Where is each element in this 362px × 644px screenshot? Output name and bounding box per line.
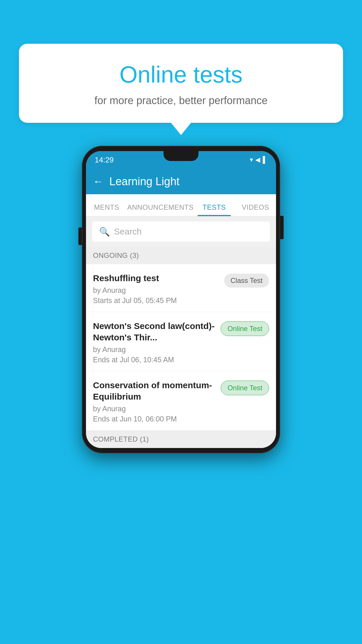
tab-announcements[interactable]: ANNOUNCEMENTS — [127, 203, 194, 216]
signal-icon: ◀ — [255, 156, 260, 164]
search-bar-wrapper: 🔍 Search — [86, 216, 276, 247]
phone-device: 14:29 ▾ ◀ ▌ ← Learning Light MENTS ANNOU… — [82, 146, 280, 453]
search-bar[interactable]: 🔍 Search — [92, 221, 270, 242]
test-badge-class: Class Test — [224, 274, 269, 288]
test-date: Ends at Jul 06, 10:45 AM — [93, 356, 215, 364]
speech-bubble: Online tests for more practice, better p… — [19, 44, 343, 123]
test-by: by Anurag — [93, 286, 218, 295]
status-time: 14:29 — [95, 155, 114, 164]
phone-outer: 14:29 ▾ ◀ ▌ ← Learning Light MENTS ANNOU… — [82, 146, 280, 453]
ongoing-label: ONGOING (3) — [93, 251, 139, 259]
test-item[interactable]: Conservation of momentum-Equilibrium by … — [86, 371, 276, 430]
tab-videos[interactable]: VIDEOS — [235, 203, 276, 216]
tab-tests[interactable]: TESTS — [194, 203, 235, 216]
bubble-subtitle: for more practice, better performance — [31, 94, 331, 107]
test-badge-online: Online Test — [221, 321, 269, 336]
test-list: Reshuffling test by Anurag Starts at Jul… — [86, 264, 276, 430]
test-item[interactable]: Reshuffling test by Anurag Starts at Jul… — [86, 264, 276, 312]
test-by: by Anurag — [93, 405, 215, 413]
test-info: Reshuffling test by Anurag Starts at Jul… — [93, 272, 224, 305]
test-item[interactable]: Newton's Second law(contd)-Newton's Thir… — [86, 312, 276, 371]
completed-section-header: COMPLETED (1) — [86, 430, 276, 448]
ongoing-section-header: ONGOING (3) — [86, 247, 276, 264]
status-bar: 14:29 ▾ ◀ ▌ — [86, 151, 276, 169]
bubble-title: Online tests — [31, 61, 331, 88]
app-bar-title: Learning Light — [109, 175, 180, 188]
phone-screen: 14:29 ▾ ◀ ▌ ← Learning Light MENTS ANNOU… — [86, 151, 276, 448]
search-icon: 🔍 — [99, 227, 110, 237]
app-bar: ← Learning Light — [86, 169, 276, 194]
status-icons: ▾ ◀ ▌ — [250, 156, 267, 164]
test-info: Conservation of momentum-Equilibrium by … — [93, 379, 221, 423]
test-by: by Anurag — [93, 345, 215, 354]
test-name: Reshuffling test — [93, 272, 218, 284]
test-name: Newton's Second law(contd)-Newton's Thir… — [93, 320, 215, 343]
tab-ments[interactable]: MENTS — [86, 203, 127, 216]
notch — [164, 151, 198, 161]
search-placeholder: Search — [114, 227, 142, 237]
back-button[interactable]: ← — [93, 175, 103, 188]
test-info: Newton's Second law(contd)-Newton's Thir… — [93, 320, 221, 364]
test-badge-online-2: Online Test — [221, 381, 269, 395]
test-date: Ends at Jun 10, 06:00 PM — [93, 415, 215, 423]
tabs-bar: MENTS ANNOUNCEMENTS TESTS VIDEOS — [86, 194, 276, 216]
test-date: Starts at Jul 05, 05:45 PM — [93, 296, 218, 305]
battery-icon: ▌ — [263, 156, 267, 164]
wifi-icon: ▾ — [250, 156, 253, 164]
test-name: Conservation of momentum-Equilibrium — [93, 379, 215, 402]
completed-label: COMPLETED (1) — [93, 435, 149, 443]
